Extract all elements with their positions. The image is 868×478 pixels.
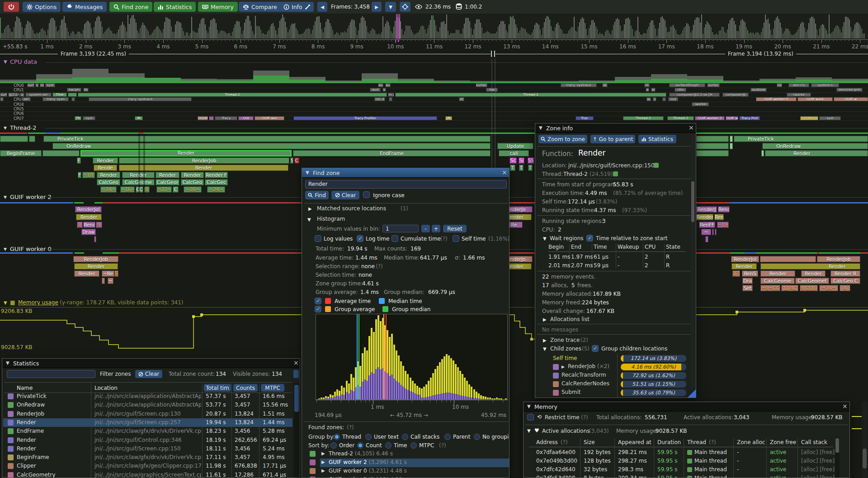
mem-col-header[interactable]: Address	[536, 439, 558, 445]
alloc-callstack[interactable]: [alloc] [free]	[801, 475, 835, 478]
stat-zone-name[interactable]: EndFrame	[17, 428, 89, 434]
alloc-size: 8 bytes	[584, 475, 604, 478]
alloc-duration: 59.95 s	[657, 449, 677, 455]
wait-col-header[interactable]: Wakeup	[618, 244, 639, 250]
stat-zone-name[interactable]: Clipper	[17, 463, 89, 469]
group-expand-icon[interactable]: ▶	[321, 451, 325, 456]
stat-total-time: 53.77 s	[206, 402, 226, 408]
stat-counts: 676,838	[235, 463, 257, 469]
location-color-swatch	[654, 163, 659, 168]
stat-zone-name[interactable]: BeginFrame	[17, 454, 89, 460]
go-to-parent-button[interactable]: ↑Go to parent	[590, 135, 635, 143]
alloc-callstack[interactable]: [alloc] [free]	[801, 458, 835, 464]
child-zone-name[interactable]: RecalcTransform	[561, 372, 606, 378]
alloc-callstack[interactable]: [alloc] [free]	[801, 466, 835, 473]
found-group-row[interactable]: Thread-2 (4,105) 6.46 s	[329, 450, 393, 457]
collapse-icon[interactable]: ▼	[527, 404, 531, 409]
restrict-time-checkbox[interactable]	[527, 414, 534, 421]
mem-col-header[interactable]: Zone alloc	[737, 439, 765, 445]
mem-col-header[interactable]: Duration	[657, 439, 681, 445]
memory-events-label: memory events.	[551, 274, 595, 280]
child-zones-collapse-icon[interactable]: ▼	[543, 346, 547, 351]
resize-grip[interactable]	[688, 389, 696, 398]
allocations-expand-icon[interactable]: ▶	[543, 317, 547, 322]
wait-cell: 59 μs	[594, 262, 617, 269]
memory-scrollbar[interactable]	[835, 437, 840, 478]
group-expand-icon[interactable]: ▶	[321, 468, 325, 473]
child-zone-name[interactable]: Submit	[561, 389, 581, 395]
stat-counts: 3,457	[235, 393, 250, 399]
close-icon[interactable]: ×	[842, 402, 848, 410]
stat-zone-name[interactable]: Render	[17, 419, 89, 426]
wait-regions-collapse-icon[interactable]: ▼	[543, 236, 547, 241]
thread-color-swatch	[687, 467, 692, 472]
alloc-zone-free: active	[770, 466, 786, 473]
alloc-address[interactable]: 0x7dfc53d898	[536, 475, 576, 478]
wait-cell: R	[666, 262, 684, 269]
mem-col-header[interactable]: Size	[584, 439, 595, 445]
active-allocs-collapse-icon[interactable]: ▼	[527, 428, 531, 433]
alloc-appeared: 298.21 ms	[618, 449, 647, 455]
allocs-label: allocs,	[551, 282, 568, 289]
window-scrollbar[interactable]	[862, 402, 868, 478]
child-zone-name[interactable]: CalcRenderNodes	[561, 380, 609, 387]
memory-freed-value: 224 bytes	[582, 299, 609, 306]
stat-zone-name[interactable]: PrivateTick	[17, 393, 89, 399]
thread-help[interactable]: (?)	[709, 439, 716, 445]
child-time-bar: 72.92 us (1.62%)	[621, 372, 686, 379]
alloc-address[interactable]: 0x7e049b3d00	[536, 458, 577, 464]
stat-zone-name[interactable]: Render	[17, 445, 89, 452]
wait-col-header[interactable]: State	[666, 244, 680, 250]
stat-zone-name[interactable]: Render	[17, 437, 89, 443]
alloc-address[interactable]: 0x7dfaa64e00	[536, 449, 576, 455]
stats-scrollbar[interactable]	[293, 383, 300, 478]
relative-time-checkbox[interactable]	[586, 235, 593, 241]
active-allocations-section: Active allocations	[542, 428, 590, 434]
wait-cell: 1.91 ms	[548, 254, 570, 260]
stat-zone-name[interactable]: RenderJob	[17, 411, 89, 417]
close-icon[interactable]: ×	[689, 124, 694, 131]
location-value[interactable]: jni/../jni/src/guif/Screen.cpp:150	[568, 162, 655, 169]
child-expand-icon[interactable]: ▶	[561, 364, 565, 369]
zone-statistics-button[interactable]: Statistics	[638, 135, 676, 143]
address-help[interactable]: (?)	[561, 439, 568, 445]
wait-col-header[interactable]: Begin	[548, 244, 564, 250]
zone-info-scrollbar[interactable]	[691, 134, 695, 388]
mem-col-header[interactable]: Appeared at	[618, 439, 651, 445]
alloc-callstack[interactable]: [alloc] [free]	[801, 449, 835, 455]
restrict-help[interactable]: (?)	[581, 414, 588, 421]
zoom-to-zone-button[interactable]: Zoom to zone	[538, 135, 587, 143]
time-row-value: 55.83 s	[613, 181, 633, 188]
collapse-icon[interactable]: ▼	[539, 125, 542, 130]
wait-col-header[interactable]: Time	[594, 244, 607, 250]
mem-col-header[interactable]: Thread	[687, 439, 706, 445]
memory-panel: ▼ Memory × ⟲ Restrict time (?) Total all…	[523, 402, 850, 478]
child-time-text: 35.63 us (0.79%)	[621, 390, 686, 396]
stat-zone-location: jni/../jni/src/claw/gfx/drv/vk/DriverVk.…	[94, 454, 201, 460]
usage2-value: 9028.57 KB	[656, 428, 687, 434]
mem-col-header[interactable]: Zone free	[770, 439, 796, 445]
alloc-address[interactable]: 0x7dfc42d640	[536, 466, 576, 473]
found-group-row[interactable]: GUIF worker 2 (3,296) 4.61 s	[329, 459, 407, 465]
zone-info-titlebar[interactable]: ▼ Zone info ×	[535, 123, 696, 133]
group-children-checkbox[interactable]	[592, 345, 599, 352]
stat-zone-location: jni/../jni/src/guif/Screen.cpp:130	[94, 411, 201, 417]
memory-titlebar[interactable]: ▼ Memory ×	[524, 402, 849, 412]
stat-zone-name[interactable]: OnRedraw	[17, 402, 89, 408]
zone-color-swatch	[8, 446, 14, 452]
group-children-label: Group children locations	[601, 345, 667, 352]
found-group-row[interactable]: GUIF worker 0 (3,231) 4.48 s	[329, 468, 407, 474]
child-zone-name[interactable]: RenderJob	[568, 363, 595, 369]
zone-trace-expand-icon[interactable]: ▶	[543, 338, 547, 343]
wait-col-header[interactable]: CPU	[645, 244, 656, 250]
location-label: Location:	[542, 162, 567, 169]
found-group-row[interactable]: GUIF worker 1 (3,192) 4.39 s	[329, 476, 407, 478]
zone-color-swatch	[8, 393, 14, 399]
wait-cell: -	[618, 254, 644, 260]
mem-col-header[interactable]: Call stack	[801, 439, 827, 445]
child-color-swatch	[553, 381, 559, 387]
group-expand-icon[interactable]: ▶	[321, 459, 325, 464]
stat-zone-name[interactable]: CalcGeometry	[17, 472, 89, 478]
stat-total-time: 20.87 s	[206, 411, 226, 417]
wait-col-header[interactable]: End	[571, 244, 581, 250]
